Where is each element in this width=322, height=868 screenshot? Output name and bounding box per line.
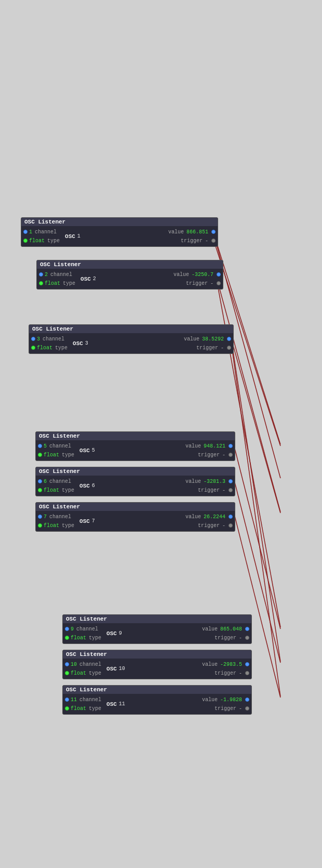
trigger-label-7: trigger — [198, 523, 220, 529]
value-3: 38.5292 — [202, 336, 224, 342]
trigger-output-port-7 — [229, 523, 233, 528]
type-label-3: type — [55, 345, 68, 351]
node-title-9: OSC Listener — [63, 615, 251, 623]
channel-input-port-11 — [65, 698, 69, 702]
channel-input-port-2 — [39, 272, 43, 277]
osc-listener-node-10: OSC Listener 10 channel float type OSC 1… — [62, 650, 252, 679]
channel-value-9: 9 — [71, 626, 74, 632]
trigger-output-port-5 — [229, 453, 233, 457]
channel-input-port-1 — [23, 230, 28, 234]
channel-input-port-10 — [65, 662, 69, 666]
type-input-port-11 — [65, 706, 69, 711]
osc-label-9: OSC — [106, 630, 117, 637]
trigger-val-7: - — [222, 523, 225, 529]
channel-label-11: channel — [79, 697, 101, 703]
value-label-5: value — [185, 443, 201, 449]
channel-value-1: 1 — [29, 229, 32, 235]
trigger-val-9: - — [239, 635, 242, 641]
osc-num-1: 1 — [77, 233, 81, 239]
type-label-5: type — [62, 452, 74, 458]
trigger-output-port-10 — [245, 671, 249, 675]
channel-value-2: 2 — [45, 272, 48, 278]
node-title-7: OSC Listener — [36, 503, 235, 511]
value-label-11: value — [202, 697, 218, 703]
channel-input-port-5 — [38, 444, 42, 448]
type-input-port-7 — [38, 523, 42, 528]
channel-label-9: channel — [76, 626, 98, 632]
node-title-1: OSC Listener — [21, 218, 218, 226]
value-9: 865.048 — [220, 626, 242, 632]
trigger-val-1: - — [205, 238, 208, 244]
channel-value-6: 6 — [44, 479, 47, 484]
trigger-output-port-6 — [229, 488, 233, 492]
right-ports-5: value 948.121 trigger - — [98, 441, 235, 459]
left-ports-2: 2 channel float type — [37, 270, 77, 288]
trigger-label-9: trigger — [214, 635, 236, 641]
osc-label-1: OSC — [65, 233, 75, 240]
channel-value-7: 7 — [44, 514, 47, 520]
channel-label-5: channel — [49, 443, 71, 449]
left-ports-5: 5 channel float type — [36, 441, 76, 459]
trigger-val-10: - — [239, 670, 242, 676]
channel-label-2: channel — [50, 272, 72, 278]
value-label-10: value — [202, 662, 218, 667]
osc-listener-node-1: OSC Listener 1 channel float type OSC 1 … — [21, 217, 218, 247]
channel-label-1: channel — [35, 229, 57, 235]
type-label-9: type — [89, 635, 101, 641]
channel-input-port-6 — [38, 479, 42, 483]
type-value-2: float — [45, 281, 60, 286]
osc-label-2: OSC — [81, 276, 91, 282]
channel-input-port-3 — [31, 337, 35, 341]
right-ports-1: value 866.851 trigger - — [84, 227, 218, 245]
right-ports-9: value 865.048 trigger - — [125, 624, 251, 642]
channel-value-10: 10 — [71, 662, 77, 667]
channel-label-10: channel — [79, 662, 101, 667]
osc-label-6: OSC — [79, 483, 90, 489]
value-label-7: value — [185, 514, 201, 520]
right-ports-2: value -3250.7 trigger - — [99, 270, 223, 288]
type-value-3: float — [37, 345, 52, 351]
type-input-port-9 — [65, 636, 69, 640]
channel-value-5: 5 — [44, 443, 47, 449]
osc-num-10: 10 — [119, 666, 125, 672]
type-value-6: float — [44, 488, 59, 493]
left-ports-6: 6 channel float type — [36, 477, 76, 495]
channel-label-6: channel — [49, 479, 71, 484]
osc-num-9: 9 — [119, 630, 122, 636]
osc-label-5: OSC — [79, 448, 90, 454]
osc-num-2: 2 — [93, 276, 96, 282]
trigger-val-2: - — [210, 281, 213, 286]
value-7: 26.2244 — [204, 514, 225, 520]
type-label-2: type — [63, 281, 75, 286]
trigger-label-1: trigger — [181, 238, 203, 244]
trigger-val-6: - — [222, 488, 225, 493]
trigger-label-11: trigger — [214, 706, 236, 712]
osc-label-7: OSC — [79, 518, 90, 524]
trigger-label-2: trigger — [186, 281, 208, 286]
right-ports-10: value -2983.5 trigger - — [128, 660, 251, 678]
value-label-1: value — [168, 229, 184, 235]
node-title-2: OSC Listener — [37, 260, 223, 269]
value-label-6: value — [185, 479, 201, 484]
svg-line-8 — [234, 444, 280, 629]
node-title-6: OSC Listener — [36, 467, 235, 476]
node-title-10: OSC Listener — [63, 650, 251, 659]
type-input-port-1 — [23, 239, 28, 243]
value-output-port-7 — [229, 515, 233, 519]
svg-line-4 — [231, 338, 280, 513]
type-input-port-2 — [39, 281, 43, 285]
value-2: -3250.7 — [192, 272, 213, 278]
value-label-3: value — [184, 336, 199, 342]
node-title-5: OSC Listener — [36, 432, 235, 440]
svg-line-5 — [231, 338, 280, 662]
type-label-7: type — [62, 523, 74, 529]
osc-listener-node-11: OSC Listener 11 channel float type OSC 1… — [62, 685, 252, 715]
left-ports-10: 10 channel float type — [63, 660, 103, 678]
node-title-11: OSC Listener — [63, 686, 251, 694]
osc-listener-node-7: OSC Listener 7 channel float type OSC 7 … — [35, 502, 235, 532]
type-value-9: float — [71, 635, 86, 641]
right-ports-3: value 38.5292 trigger - — [91, 334, 233, 352]
osc-listener-node-3: OSC Listener 3 channel float type OSC 3 … — [29, 324, 234, 354]
right-ports-11: value -1.9828 trigger - — [128, 695, 251, 713]
type-input-port-6 — [38, 488, 42, 492]
